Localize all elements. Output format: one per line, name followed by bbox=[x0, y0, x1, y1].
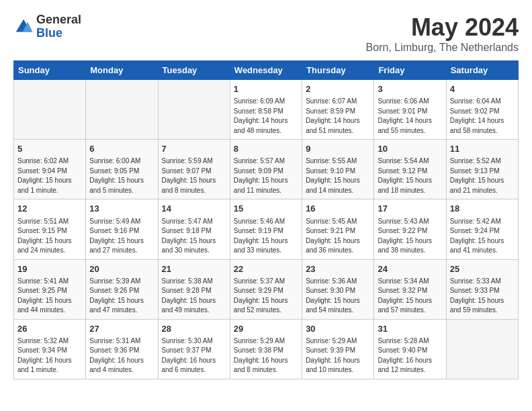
title-section: May 2024 Born, Limburg, The Netherlands bbox=[366, 13, 519, 54]
day-info: Sunrise: 5:29 AM Sunset: 9:39 PM Dayligh… bbox=[306, 336, 370, 375]
day-number: 24 bbox=[378, 263, 442, 275]
calendar-cell: 12Sunrise: 5:51 AM Sunset: 9:15 PM Dayli… bbox=[14, 199, 86, 259]
day-number: 26 bbox=[17, 323, 82, 335]
logo-general-text: General bbox=[36, 13, 81, 27]
calendar-cell bbox=[14, 80, 86, 140]
day-number: 30 bbox=[306, 323, 370, 335]
day-number: 10 bbox=[378, 143, 442, 155]
day-number: 31 bbox=[378, 323, 442, 335]
day-number: 22 bbox=[234, 263, 298, 275]
calendar-cell: 10Sunrise: 5:54 AM Sunset: 9:12 PM Dayli… bbox=[374, 140, 446, 199]
day-info: Sunrise: 5:59 AM Sunset: 9:07 PM Dayligh… bbox=[162, 156, 226, 195]
logo-icon bbox=[13, 17, 34, 37]
calendar-header-tuesday: Tuesday bbox=[158, 61, 230, 80]
calendar-cell: 14Sunrise: 5:47 AM Sunset: 9:18 PM Dayli… bbox=[158, 199, 230, 259]
day-info: Sunrise: 5:41 AM Sunset: 9:25 PM Dayligh… bbox=[17, 277, 82, 316]
day-number: 20 bbox=[89, 263, 154, 275]
calendar-cell: 27Sunrise: 5:31 AM Sunset: 9:36 PM Dayli… bbox=[86, 319, 158, 379]
day-info: Sunrise: 5:38 AM Sunset: 9:28 PM Dayligh… bbox=[162, 277, 226, 316]
day-info: Sunrise: 5:52 AM Sunset: 9:13 PM Dayligh… bbox=[450, 156, 515, 195]
calendar-week-row: 26Sunrise: 5:32 AM Sunset: 9:34 PM Dayli… bbox=[14, 319, 519, 379]
calendar-cell: 17Sunrise: 5:43 AM Sunset: 9:22 PM Dayli… bbox=[374, 199, 446, 259]
day-number: 8 bbox=[234, 143, 298, 155]
day-info: Sunrise: 5:51 AM Sunset: 9:15 PM Dayligh… bbox=[17, 217, 82, 256]
day-info: Sunrise: 5:46 AM Sunset: 9:19 PM Dayligh… bbox=[234, 217, 298, 256]
day-number: 19 bbox=[17, 263, 82, 275]
calendar-week-row: 1Sunrise: 6:09 AM Sunset: 8:58 PM Daylig… bbox=[14, 80, 519, 140]
calendar-cell: 3Sunrise: 6:06 AM Sunset: 9:01 PM Daylig… bbox=[374, 80, 446, 140]
day-number: 25 bbox=[450, 263, 515, 275]
day-number: 7 bbox=[162, 143, 226, 155]
calendar-cell bbox=[446, 319, 518, 379]
logo: General Blue bbox=[13, 13, 81, 40]
day-info: Sunrise: 5:49 AM Sunset: 9:16 PM Dayligh… bbox=[89, 217, 154, 256]
day-info: Sunrise: 5:45 AM Sunset: 9:21 PM Dayligh… bbox=[306, 217, 370, 256]
day-number: 29 bbox=[234, 323, 298, 335]
calendar-cell: 1Sunrise: 6:09 AM Sunset: 8:58 PM Daylig… bbox=[230, 80, 302, 140]
day-info: Sunrise: 5:43 AM Sunset: 9:22 PM Dayligh… bbox=[378, 217, 442, 256]
day-number: 9 bbox=[306, 143, 370, 155]
calendar-cell: 6Sunrise: 6:00 AM Sunset: 9:05 PM Daylig… bbox=[86, 140, 158, 199]
calendar-cell: 26Sunrise: 5:32 AM Sunset: 9:34 PM Dayli… bbox=[14, 319, 86, 379]
calendar-cell: 24Sunrise: 5:34 AM Sunset: 9:32 PM Dayli… bbox=[374, 259, 446, 319]
logo-text: General Blue bbox=[36, 13, 81, 40]
page-header: General Blue May 2024 Born, Limburg, The… bbox=[13, 13, 519, 54]
day-number: 15 bbox=[234, 203, 298, 215]
day-number: 5 bbox=[17, 143, 82, 155]
calendar-cell: 13Sunrise: 5:49 AM Sunset: 9:16 PM Dayli… bbox=[86, 199, 158, 259]
calendar-header-sunday: Sunday bbox=[14, 61, 86, 80]
day-number: 4 bbox=[450, 83, 515, 95]
calendar-cell: 9Sunrise: 5:55 AM Sunset: 9:10 PM Daylig… bbox=[302, 140, 374, 199]
day-number: 23 bbox=[306, 263, 370, 275]
day-number: 18 bbox=[450, 203, 515, 215]
day-number: 2 bbox=[306, 83, 370, 95]
calendar-cell bbox=[86, 80, 158, 140]
day-info: Sunrise: 5:28 AM Sunset: 9:40 PM Dayligh… bbox=[378, 336, 442, 375]
calendar-header-thursday: Thursday bbox=[302, 61, 374, 80]
calendar-header-saturday: Saturday bbox=[446, 61, 518, 80]
day-info: Sunrise: 6:04 AM Sunset: 9:02 PM Dayligh… bbox=[450, 97, 515, 136]
location-title: Born, Limburg, The Netherlands bbox=[366, 42, 519, 54]
calendar-cell: 20Sunrise: 5:39 AM Sunset: 9:26 PM Dayli… bbox=[86, 259, 158, 319]
calendar-week-row: 19Sunrise: 5:41 AM Sunset: 9:25 PM Dayli… bbox=[14, 259, 519, 319]
day-number: 21 bbox=[162, 263, 226, 275]
calendar-cell: 11Sunrise: 5:52 AM Sunset: 9:13 PM Dayli… bbox=[446, 140, 518, 199]
calendar-table: SundayMondayTuesdayWednesdayThursdayFrid… bbox=[13, 60, 519, 379]
day-info: Sunrise: 5:42 AM Sunset: 9:24 PM Dayligh… bbox=[450, 217, 515, 256]
calendar-week-row: 12Sunrise: 5:51 AM Sunset: 9:15 PM Dayli… bbox=[14, 199, 519, 259]
calendar-cell: 19Sunrise: 5:41 AM Sunset: 9:25 PM Dayli… bbox=[14, 259, 86, 319]
day-info: Sunrise: 6:06 AM Sunset: 9:01 PM Dayligh… bbox=[378, 97, 442, 136]
calendar-cell: 23Sunrise: 5:36 AM Sunset: 9:30 PM Dayli… bbox=[302, 259, 374, 319]
calendar-cell: 29Sunrise: 5:29 AM Sunset: 9:38 PM Dayli… bbox=[230, 319, 302, 379]
calendar-header-row: SundayMondayTuesdayWednesdayThursdayFrid… bbox=[14, 61, 519, 80]
logo-blue-text: Blue bbox=[36, 27, 81, 40]
day-number: 6 bbox=[89, 143, 154, 155]
day-info: Sunrise: 5:31 AM Sunset: 9:36 PM Dayligh… bbox=[89, 336, 154, 375]
day-number: 13 bbox=[89, 203, 154, 215]
day-number: 27 bbox=[89, 323, 154, 335]
calendar-cell: 28Sunrise: 5:30 AM Sunset: 9:37 PM Dayli… bbox=[158, 319, 230, 379]
day-info: Sunrise: 6:00 AM Sunset: 9:05 PM Dayligh… bbox=[89, 156, 154, 195]
day-info: Sunrise: 5:29 AM Sunset: 9:38 PM Dayligh… bbox=[234, 336, 298, 375]
day-info: Sunrise: 5:39 AM Sunset: 9:26 PM Dayligh… bbox=[89, 277, 154, 316]
calendar-header-wednesday: Wednesday bbox=[230, 61, 302, 80]
calendar-cell: 7Sunrise: 5:59 AM Sunset: 9:07 PM Daylig… bbox=[158, 140, 230, 199]
day-info: Sunrise: 5:47 AM Sunset: 9:18 PM Dayligh… bbox=[162, 217, 226, 256]
day-number: 3 bbox=[378, 83, 442, 95]
calendar-week-row: 5Sunrise: 6:02 AM Sunset: 9:04 PM Daylig… bbox=[14, 140, 519, 199]
day-info: Sunrise: 5:36 AM Sunset: 9:30 PM Dayligh… bbox=[306, 277, 370, 316]
calendar-cell: 8Sunrise: 5:57 AM Sunset: 9:09 PM Daylig… bbox=[230, 140, 302, 199]
calendar-cell: 25Sunrise: 5:33 AM Sunset: 9:33 PM Dayli… bbox=[446, 259, 518, 319]
day-info: Sunrise: 5:57 AM Sunset: 9:09 PM Dayligh… bbox=[234, 156, 298, 195]
calendar-cell: 21Sunrise: 5:38 AM Sunset: 9:28 PM Dayli… bbox=[158, 259, 230, 319]
day-info: Sunrise: 5:55 AM Sunset: 9:10 PM Dayligh… bbox=[306, 156, 370, 195]
day-info: Sunrise: 6:02 AM Sunset: 9:04 PM Dayligh… bbox=[17, 156, 82, 195]
calendar-cell: 16Sunrise: 5:45 AM Sunset: 9:21 PM Dayli… bbox=[302, 199, 374, 259]
day-info: Sunrise: 5:34 AM Sunset: 9:32 PM Dayligh… bbox=[378, 277, 442, 316]
calendar-cell: 31Sunrise: 5:28 AM Sunset: 9:40 PM Dayli… bbox=[374, 319, 446, 379]
calendar-cell bbox=[158, 80, 230, 140]
day-info: Sunrise: 5:30 AM Sunset: 9:37 PM Dayligh… bbox=[162, 336, 226, 375]
day-number: 17 bbox=[378, 203, 442, 215]
calendar-cell: 15Sunrise: 5:46 AM Sunset: 9:19 PM Dayli… bbox=[230, 199, 302, 259]
calendar-cell: 30Sunrise: 5:29 AM Sunset: 9:39 PM Dayli… bbox=[302, 319, 374, 379]
